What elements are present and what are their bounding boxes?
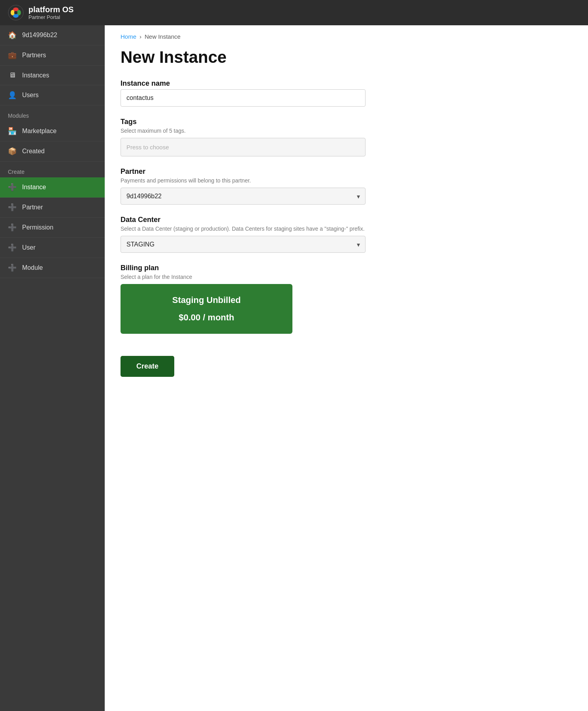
sidebar-item-create-instance[interactable]: ➕ Instance — [0, 177, 105, 198]
billing-label: Billing plan — [121, 264, 468, 272]
marketplace-icon: 🏪 — [8, 127, 17, 135]
partner-label: Partner — [121, 167, 468, 176]
sidebar-create-instance-label: Instance — [22, 184, 46, 191]
partner-group: Partner Payments and permissions will be… — [121, 167, 468, 205]
users-icon: 👤 — [8, 91, 17, 100]
instance-name-group: Instance name — [121, 79, 468, 107]
partners-icon: 💼 — [8, 51, 17, 60]
billing-group: Billing plan Select a plan for the Insta… — [121, 264, 468, 334]
instances-icon: 🖥 — [8, 71, 17, 79]
sidebar-create-partner-label: Partner — [22, 204, 43, 211]
logo-icon — [8, 5, 24, 21]
partner-select[interactable]: 9d14996b22 — [121, 188, 366, 205]
create-instance-icon: ➕ — [8, 183, 17, 192]
svg-point-5 — [14, 11, 17, 14]
sidebar-item-create-partner[interactable]: ➕ Partner — [0, 198, 105, 218]
sidebar-item-created[interactable]: 📦 Created — [0, 141, 105, 162]
billing-card-price: $0.00 / month — [130, 312, 283, 323]
header: platform OS Partner Portal — [0, 0, 588, 25]
datacenter-select-wrapper: STAGING PRODUCTION — [121, 236, 366, 253]
modules-section-label: Modules — [0, 105, 105, 121]
sidebar-create-permission-label: Permission — [22, 224, 53, 231]
svg-point-4 — [11, 10, 15, 15]
billing-card-title: Staging Unbilled — [130, 295, 283, 305]
create-section-label: Create — [0, 162, 105, 177]
layout: 🏠 9d14996b22 💼 Partners 🖥 Instances 👤 Us… — [0, 25, 588, 711]
datacenter-hint: Select a Data Center (staging or product… — [121, 226, 468, 232]
logo-text: platform OS Partner Portal — [28, 5, 74, 21]
sidebar-home-label: 9d14996b22 — [22, 32, 57, 39]
instance-name-input[interactable] — [121, 89, 366, 107]
datacenter-label: Data Center — [121, 216, 468, 224]
sidebar-item-home[interactable]: 🏠 9d14996b22 — [0, 25, 105, 45]
partner-select-wrapper: 9d14996b22 — [121, 188, 366, 205]
page-title: New Instance — [121, 48, 468, 67]
sidebar-item-create-user[interactable]: ➕ User — [0, 238, 105, 258]
create-user-icon: ➕ — [8, 243, 17, 252]
breadcrumb-home-link[interactable]: Home — [121, 33, 136, 40]
main-content: Home › New Instance New Instance Instanc… — [105, 25, 588, 711]
sidebar: 🏠 9d14996b22 💼 Partners 🖥 Instances 👤 Us… — [0, 25, 105, 711]
datacenter-select[interactable]: STAGING PRODUCTION — [121, 236, 366, 253]
instance-name-label: Instance name — [121, 79, 468, 88]
breadcrumb-current: New Instance — [145, 33, 181, 40]
created-icon: 📦 — [8, 147, 17, 156]
logo-title: platform OS — [28, 5, 74, 14]
breadcrumb: Home › New Instance — [105, 25, 588, 44]
home-icon: 🏠 — [8, 31, 17, 40]
create-permission-icon: ➕ — [8, 223, 17, 232]
sidebar-created-label: Created — [22, 148, 45, 155]
tags-hint: Select maximum of 5 tags. — [121, 128, 468, 134]
form-content: New Instance Instance name Tags Select m… — [105, 44, 484, 401]
sidebar-item-partners[interactable]: 💼 Partners — [0, 45, 105, 66]
sidebar-item-marketplace[interactable]: 🏪 Marketplace — [0, 121, 105, 141]
create-partner-icon: ➕ — [8, 203, 17, 212]
sidebar-item-create-module[interactable]: ➕ Module — [0, 258, 105, 278]
tags-label: Tags — [121, 118, 468, 126]
sidebar-create-user-label: User — [22, 244, 36, 251]
billing-hint: Select a plan for the Instance — [121, 274, 468, 280]
tags-placeholder: Press to choose — [126, 144, 169, 150]
breadcrumb-separator: › — [139, 33, 141, 40]
sidebar-item-create-permission[interactable]: ➕ Permission — [0, 218, 105, 238]
partner-hint: Payments and permissions will belong to … — [121, 177, 468, 184]
sidebar-users-label: Users — [22, 92, 39, 99]
sidebar-instances-label: Instances — [22, 72, 49, 79]
create-module-icon: ➕ — [8, 263, 17, 272]
tags-input[interactable]: Press to choose — [121, 138, 366, 156]
tags-group: Tags Select maximum of 5 tags. Press to … — [121, 118, 468, 156]
sidebar-create-module-label: Module — [22, 264, 43, 271]
create-button[interactable]: Create — [121, 356, 174, 377]
logo-subtitle: Partner Portal — [28, 14, 74, 21]
datacenter-group: Data Center Select a Data Center (stagin… — [121, 216, 468, 253]
sidebar-item-users[interactable]: 👤 Users — [0, 85, 105, 105]
sidebar-item-instances[interactable]: 🖥 Instances — [0, 66, 105, 85]
sidebar-marketplace-label: Marketplace — [22, 128, 57, 135]
billing-card[interactable]: Staging Unbilled $0.00 / month — [121, 284, 292, 334]
sidebar-partners-label: Partners — [22, 52, 46, 59]
